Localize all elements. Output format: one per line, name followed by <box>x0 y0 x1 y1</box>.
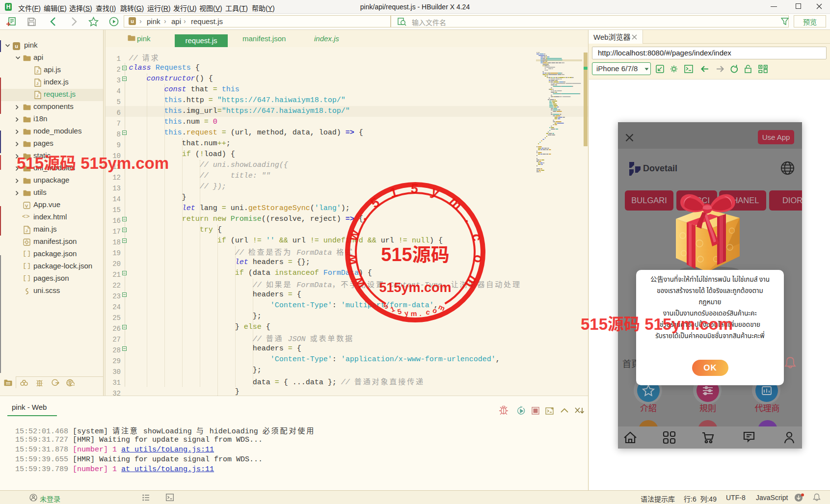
svg-text:J: J <box>36 94 38 98</box>
svg-text:J: J <box>36 69 38 74</box>
svg-text:J: J <box>26 229 27 233</box>
svg-text:V: V <box>25 204 28 209</box>
svg-text:J: J <box>36 81 38 86</box>
